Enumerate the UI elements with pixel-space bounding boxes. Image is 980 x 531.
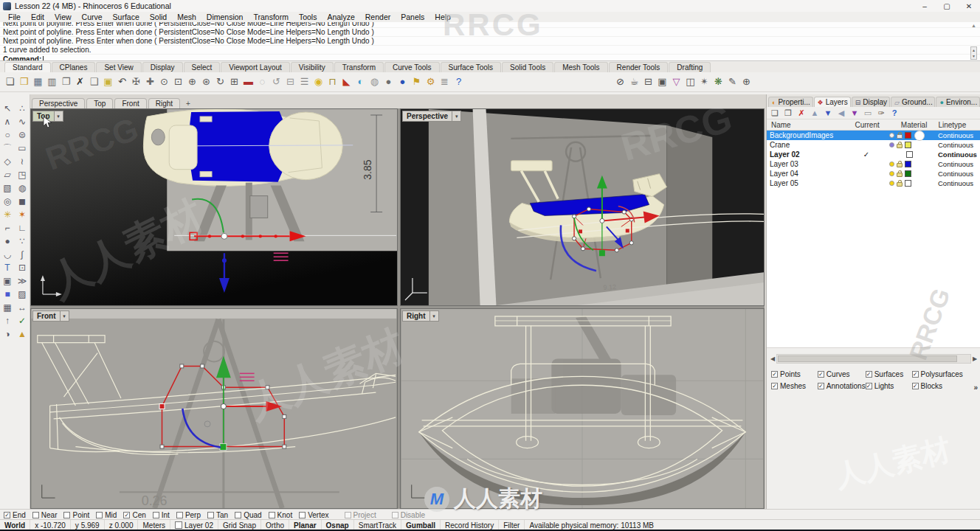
layer-row-layer-04[interactable]: Layer 04Continuous — [767, 169, 980, 178]
layer-lock-icon[interactable] — [897, 134, 903, 139]
point-edit-icon[interactable]: ⊡ — [15, 261, 30, 274]
menu-curve[interactable]: Curve — [77, 13, 108, 21]
toolbar-tab-transform[interactable]: Transform — [334, 62, 384, 72]
scroll-right-icon[interactable]: ▶ — [971, 355, 979, 362]
viewport-tab-perspective[interactable]: Perspective — [32, 98, 85, 108]
layer-lock-icon[interactable] — [897, 182, 903, 187]
layer-row-layer-02[interactable]: Layer 02✓Continuous — [767, 150, 980, 159]
pan-icon[interactable]: ✠ — [129, 74, 143, 89]
render-window-icon[interactable]: ⊟ — [641, 74, 655, 89]
toolbar-tab-cplanes[interactable]: CPlanes — [52, 62, 96, 72]
layer-tools-icon[interactable]: ✑ — [875, 108, 887, 119]
layer-visibility-bulb-icon[interactable] — [889, 171, 894, 176]
new-layer-icon[interactable]: ❏ — [769, 108, 781, 119]
copy-to-clipboard-icon[interactable]: ❐ — [59, 74, 73, 89]
checkbox-icon[interactable] — [299, 512, 306, 518]
osnap-tan[interactable]: Tan — [207, 511, 228, 519]
toggle-grid-snap[interactable]: Grid Snap — [218, 520, 261, 530]
layer-color-swatch[interactable] — [905, 161, 911, 167]
color-wheel-icon[interactable]: ◐ — [353, 74, 368, 89]
layer-row-layer-03[interactable]: Layer 03Continuous — [767, 159, 980, 169]
filter-surfaces[interactable]: ✓Surfaces — [866, 370, 912, 378]
lock-icon[interactable]: ⊓ — [325, 74, 339, 89]
checkbox-icon[interactable] — [269, 512, 275, 518]
command-area[interactable]: Next point of polyline. Press Enter when… — [0, 22, 980, 61]
rotate-view-icon[interactable]: ↻ — [213, 74, 227, 89]
save-icon[interactable]: ▦ — [31, 74, 45, 89]
checkbox-icon[interactable] — [392, 512, 398, 518]
layer-color-swatch[interactable] — [905, 170, 911, 177]
zoom-dynamic-icon[interactable]: ⊕ — [185, 74, 199, 89]
layer-material-sphere[interactable] — [914, 131, 925, 141]
menu-solid[interactable]: Solid — [145, 13, 172, 21]
selection-filter-icon[interactable]: ▽ — [669, 74, 683, 89]
close-button[interactable]: ✕ — [958, 1, 980, 12]
panel-tab-ground-plane[interactable]: ▱Ground... — [891, 97, 935, 107]
toolbar-tab-mesh-tools[interactable]: Mesh Tools — [554, 62, 607, 72]
filter-blocks[interactable]: ✓Blocks — [912, 382, 967, 390]
checkbox-icon[interactable] — [176, 512, 183, 518]
arc-icon[interactable]: ⌒ — [0, 142, 15, 155]
panel-tab-properties[interactable]: ◐Properti... — [768, 97, 813, 107]
move-layer-up-icon[interactable]: ▲ — [809, 108, 821, 119]
menu-dimension[interactable]: Dimension — [201, 13, 249, 21]
delete-icon[interactable]: ✗ — [73, 74, 87, 89]
shade-icon[interactable]: ◑ — [0, 327, 15, 341]
osnap-quad[interactable]: Quad — [235, 511, 261, 519]
layer-visibility-bulb-icon[interactable] — [889, 162, 894, 167]
osnap-perp[interactable]: Perp — [176, 511, 201, 519]
toolbar-tab-curve-tools[interactable]: Curve Tools — [384, 62, 440, 72]
rendered-sphere-icon[interactable]: ● — [396, 74, 410, 89]
menu-transform[interactable]: Transform — [248, 13, 293, 21]
osnap-disable[interactable]: Disable — [392, 511, 425, 519]
array-icon[interactable]: ≫ — [15, 274, 30, 288]
current-layer-pane[interactable]: Layer 02 — [170, 520, 218, 530]
layer-visibility-bulb-icon[interactable] — [889, 181, 894, 186]
grid-icon[interactable]: ▦ — [0, 301, 15, 314]
panel-horizontal-scrollbar[interactable]: ◀ ▶ — [769, 354, 979, 364]
osnap-int[interactable]: Int — [153, 511, 170, 519]
layer-row-backgroundimages[interactable]: BackgroundImagesContinuous — [767, 131, 980, 140]
filter-annotations[interactable]: ✓Annotations — [818, 382, 866, 390]
view-history-icon[interactable]: ↺ — [269, 74, 283, 89]
units[interactable]: Meters — [138, 520, 170, 530]
column-name[interactable]: Name — [767, 121, 850, 129]
render-settings-icon[interactable]: ▣ — [655, 74, 669, 89]
scroll-up-icon[interactable]: ▲ — [971, 23, 976, 29]
layer-linetype[interactable]: Continuous — [938, 150, 980, 159]
match-layer-icon[interactable]: ▭ — [862, 108, 874, 119]
layer-lock-icon[interactable] — [897, 163, 903, 167]
layer-linetype[interactable]: Continuous — [938, 160, 980, 168]
layer-linetype[interactable]: Continuous — [938, 141, 980, 149]
layer-lock-icon[interactable] — [897, 173, 903, 177]
viewport-tab-top[interactable]: Top — [86, 98, 113, 108]
toolbar-tab-drafting[interactable]: Drafting — [669, 62, 711, 72]
filter-points[interactable]: ✓Points — [771, 370, 818, 378]
collapse-all-icon[interactable]: ◀ — [835, 108, 847, 119]
zoom-icon[interactable]: ⊙ — [157, 74, 171, 89]
check-icon[interactable]: ✓ — [15, 314, 30, 327]
extrude-icon[interactable]: ↑ — [0, 314, 15, 327]
zoom-window-icon[interactable]: ⊡ — [171, 74, 185, 89]
toggle-planar[interactable]: Planar — [289, 520, 322, 530]
viewport-tab-front[interactable]: Front — [114, 98, 146, 108]
open-file-icon[interactable]: ❒ — [17, 74, 31, 89]
print-icon[interactable]: ▥ — [45, 74, 59, 89]
duplicate-layer-icon[interactable]: ❐ — [782, 108, 794, 119]
pan-mouse-icon[interactable]: ▬ — [241, 74, 255, 89]
checkbox-icon[interactable] — [235, 512, 241, 518]
menu-panels[interactable]: Panels — [396, 13, 429, 21]
checkbox-icon[interactable]: ✓ — [818, 371, 824, 378]
command-scrollbar[interactable]: ▲ ▲▼ — [969, 23, 979, 60]
torus-icon[interactable]: ◎ — [0, 195, 15, 208]
viewport-menu-arrow-icon[interactable]: ▾ — [61, 310, 69, 322]
checkbox-icon[interactable] — [63, 512, 70, 518]
layer-color-swatch[interactable] — [905, 132, 911, 139]
menu-file[interactable]: File — [3, 13, 26, 21]
viewport-tab-add[interactable]: + — [182, 99, 195, 108]
panel-tab-display[interactable]: ⊟Display — [852, 97, 890, 107]
layer-linetype[interactable]: Continuous — [938, 131, 980, 139]
select-arrow-icon[interactable]: ↖ — [0, 102, 15, 115]
menu-view[interactable]: View — [49, 13, 77, 21]
render-teapot-icon[interactable]: ☕ — [627, 74, 641, 89]
